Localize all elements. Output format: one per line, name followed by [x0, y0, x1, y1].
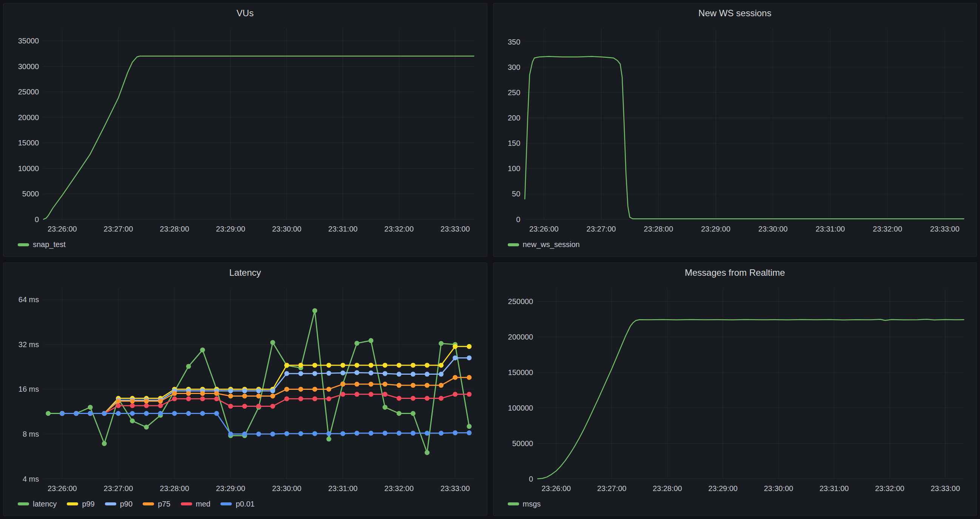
x-tick-label: 23:33:00 [931, 484, 960, 492]
series-point [439, 383, 444, 388]
latency-chart-area[interactable]: 4 ms8 ms16 ms32 ms64 ms23:26:0023:27:002… [6, 280, 484, 495]
series-point [396, 410, 401, 415]
axis-labels: 05000010000015000020000025000023:26:0023… [508, 297, 959, 492]
series-point [326, 396, 331, 401]
series-point [340, 431, 345, 436]
legend-label[interactable]: snap_test [33, 240, 66, 249]
x-tick-label: 23:28:00 [652, 484, 682, 492]
latency-chart[interactable]: 4 ms8 ms16 ms32 ms64 ms23:26:0023:27:002… [6, 280, 484, 495]
y-tick-label: 200000 [508, 332, 533, 341]
legend-item-med[interactable]: med [181, 500, 211, 508]
series-point [116, 399, 121, 403]
panel-new-ws-sessions: New WS sessions 05010015020025030035023:… [493, 3, 977, 257]
x-tick-label: 23:29:00 [701, 225, 730, 233]
series-point [256, 393, 261, 398]
new-ws-sessions-chart-area[interactable]: 05010015020025030035023:26:0023:27:0023:… [496, 21, 974, 236]
series-point [355, 431, 360, 436]
x-tick-label: 23:26:00 [48, 484, 77, 492]
legend-item-latency[interactable]: latency [18, 500, 57, 508]
series-point [453, 392, 458, 397]
series-point [228, 393, 233, 398]
y-tick-label: 250000 [508, 297, 533, 305]
y-tick-label: 30000 [18, 62, 39, 71]
series-point [466, 424, 471, 429]
panel-title-latency[interactable]: Latency [6, 265, 484, 280]
legend-label[interactable]: p75 [158, 500, 170, 508]
vus-chart-area[interactable]: 0500010000150002000025000300003500023:26… [6, 21, 484, 236]
x-tick-label: 23:29:00 [216, 225, 245, 233]
messages-chart-area[interactable]: 05000010000015000020000025000023:26:0023… [496, 280, 974, 495]
series-point [340, 392, 345, 397]
x-tick-label: 23:32:00 [873, 225, 902, 233]
y-tick-label: 300 [508, 63, 520, 71]
series-point [200, 347, 205, 352]
x-tick-label: 23:30:00 [272, 225, 302, 233]
x-tick-label: 23:31:00 [819, 484, 849, 492]
series-point [368, 392, 373, 397]
series-line-msgs [538, 319, 964, 479]
legend-label[interactable]: med [196, 500, 211, 508]
series-point [130, 403, 135, 408]
series-point [355, 392, 360, 397]
series-point [411, 431, 416, 436]
series-point [439, 431, 444, 436]
x-tick-label: 23:33:00 [441, 484, 470, 492]
legend-item-p75[interactable]: p75 [143, 500, 170, 508]
grid [43, 29, 474, 219]
series-point [411, 363, 416, 367]
vus-chart[interactable]: 0500010000150002000025000300003500023:26… [6, 21, 484, 236]
grid [43, 288, 474, 479]
series-point [270, 431, 275, 436]
legend-item-p0.01[interactable]: p0.01 [221, 500, 255, 508]
legend-item-p90[interactable]: p90 [105, 500, 132, 508]
series-point [130, 399, 135, 403]
new-ws-sessions-chart[interactable]: 05010015020025030035023:26:0023:27:0023:… [496, 21, 974, 236]
series-point [172, 391, 177, 396]
series-point [88, 410, 93, 415]
x-tick-label: 23:28:00 [160, 484, 189, 492]
series-point [186, 391, 191, 396]
series-point [228, 403, 233, 408]
series-point [439, 363, 444, 367]
series-point [340, 363, 345, 367]
legend-item-p99[interactable]: p99 [67, 500, 94, 508]
y-tick-label: 250 [508, 88, 520, 97]
legend-label[interactable]: p0.01 [235, 500, 255, 508]
panel-title-vus[interactable]: VUs [6, 6, 484, 21]
series-point [214, 410, 219, 415]
panel-messages-from-realtime: Messages from Realtime 05000010000015000… [493, 262, 977, 516]
legend-label[interactable]: msgs [523, 500, 541, 508]
series-point [102, 441, 107, 446]
legend-item-snap_test[interactable]: snap_test [18, 240, 66, 249]
legend-label[interactable]: new_ws_session [523, 240, 580, 249]
panel-title-new-ws-sessions[interactable]: New WS sessions [496, 6, 974, 21]
legend-item-msgs[interactable]: msgs [508, 500, 541, 508]
series-point [355, 363, 360, 367]
messages-legend: msgs [496, 495, 974, 513]
x-tick-label: 23:27:00 [104, 225, 133, 233]
series-point [312, 371, 317, 376]
legend-item-new_ws_session[interactable]: new_ws_session [508, 240, 580, 249]
series-point [368, 382, 373, 386]
messages-chart[interactable]: 05000010000015000020000025000023:26:0023… [496, 280, 974, 495]
panel-title-messages[interactable]: Messages from Realtime [496, 265, 974, 280]
x-tick-label: 23:26:00 [541, 484, 571, 492]
legend-swatch [508, 243, 519, 246]
series-point [284, 396, 289, 401]
x-tick-label: 23:29:00 [708, 484, 738, 492]
series-point [312, 431, 317, 436]
series-point [326, 370, 331, 375]
series-point [411, 396, 416, 401]
x-tick-label: 23:26:00 [529, 225, 558, 233]
series-point [466, 375, 471, 380]
legend-label[interactable]: p99 [82, 500, 94, 508]
series-point [284, 431, 289, 436]
series-point [200, 410, 205, 415]
series-point [298, 386, 303, 391]
x-tick-label: 23:30:00 [758, 225, 788, 233]
series-point [46, 410, 51, 415]
legend-label[interactable]: latency [33, 500, 57, 508]
legend-label[interactable]: p90 [120, 500, 132, 508]
series-point [466, 430, 471, 435]
series-point [102, 410, 107, 415]
